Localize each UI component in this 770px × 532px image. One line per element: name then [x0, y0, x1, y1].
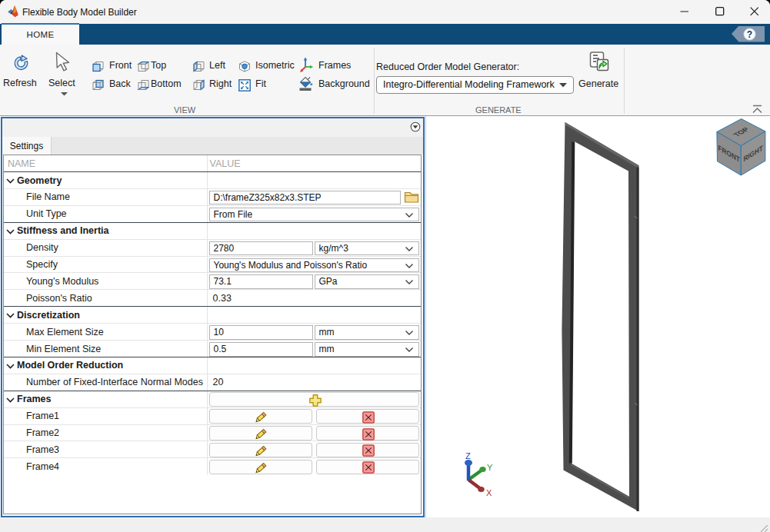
svg-text:?: ? [747, 29, 752, 40]
svg-text:Z: Z [465, 451, 471, 461]
svg-text:Y: Y [487, 463, 493, 472]
svg-text:X: X [486, 488, 492, 497]
